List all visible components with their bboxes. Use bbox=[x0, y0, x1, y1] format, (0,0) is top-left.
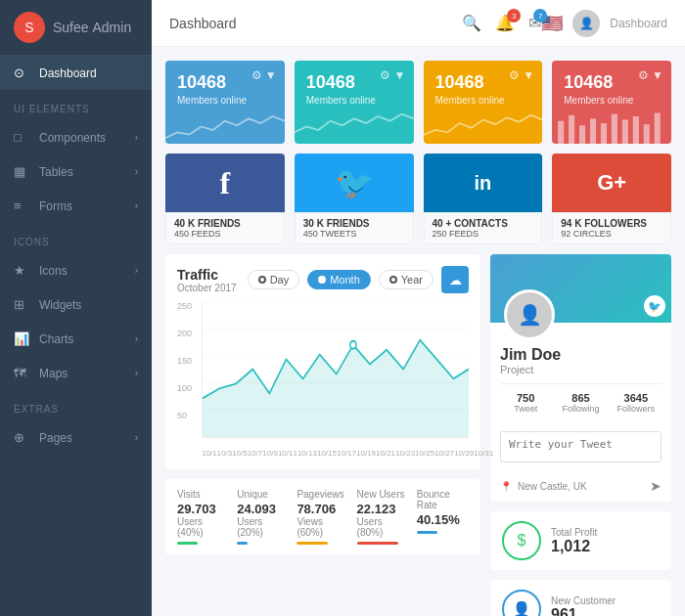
tw-info: 30 K FRIENDS 450 TWEETS bbox=[295, 212, 414, 244]
avatar: 👤 bbox=[504, 289, 555, 340]
metric-card-customer: 👤 New Customer 961 bbox=[490, 580, 671, 616]
sidebar-section-icons: ICONS bbox=[0, 223, 152, 253]
arrow-icon: › bbox=[135, 368, 138, 378]
sidebar-header: S Sufee Admin bbox=[0, 0, 152, 56]
traffic-header: Traffic October 2017 Day Month bbox=[177, 266, 469, 293]
stat-label-2: Members online bbox=[435, 95, 531, 106]
profile-twitter-icon: 🐦 bbox=[644, 295, 665, 317]
sidebar-item-tables[interactable]: ▦ Tables › bbox=[0, 154, 152, 189]
period-month-button[interactable]: Month bbox=[307, 270, 371, 289]
stat-col-pageviews: Pageviews 78.706 Views (60%) bbox=[297, 489, 348, 545]
social-card-tw: 🐦 30 K FRIENDS 450 TWEETS bbox=[295, 154, 414, 244]
sidebar-section-extras: EXTRAS bbox=[0, 390, 152, 420]
arrow-icon: › bbox=[135, 265, 138, 276]
stat-label-3: Members online bbox=[564, 95, 660, 106]
profile-stat-followers: 3645 Followers bbox=[611, 392, 662, 414]
location-bar: 📍 New Castle, UK ➤ bbox=[490, 474, 671, 502]
stat-col-visits: Visits 29.703 Users (40%) bbox=[177, 489, 229, 545]
sidebar-brand-suffix: Admin bbox=[92, 20, 131, 35]
sidebar-item-icons[interactable]: ★ Icons › bbox=[0, 253, 152, 287]
metric-card-profit: $ Total Profit 1,012 bbox=[490, 511, 671, 570]
svg-rect-3 bbox=[590, 118, 596, 144]
social-cards-row: f 40 K FRIENDS 450 FEEDS 🐦 30 K FRIENDS … bbox=[165, 154, 671, 244]
svg-rect-7 bbox=[633, 116, 639, 144]
notification-icon[interactable]: 🔔 3 bbox=[495, 14, 515, 32]
location-icon: 📍 bbox=[500, 481, 512, 492]
customer-icon: 👤 bbox=[502, 590, 541, 616]
stats-table: Visits 29.703 Users (40%) Unique 24.093 … bbox=[165, 479, 480, 554]
bottom-grid: Traffic October 2017 Day Month bbox=[165, 254, 671, 616]
avatar[interactable]: 👤 bbox=[572, 10, 600, 37]
dashboard-icon: ⊙ bbox=[14, 66, 31, 80]
stat-chart-0 bbox=[165, 110, 285, 144]
page-title: Dashboard bbox=[169, 16, 462, 31]
stat-col-newusers: New Users 22.123 Users (80%) bbox=[357, 489, 409, 545]
stat-bar-bounce bbox=[417, 531, 437, 534]
chart-plot bbox=[202, 301, 469, 438]
googleplus-icon: G+ bbox=[552, 154, 671, 212]
stat-card-3: ⚙ ▼ 10468 Members online bbox=[552, 61, 671, 144]
arrow-icon: › bbox=[135, 166, 138, 177]
svg-rect-9 bbox=[655, 113, 661, 145]
traffic-controls: Day Month Year ☁ bbox=[248, 266, 469, 293]
stat-col-bounce: Bounce Rate 40.15% bbox=[417, 489, 469, 545]
sidebar-logo: S bbox=[14, 12, 45, 43]
stat-chart-2 bbox=[424, 110, 543, 144]
tweet-input[interactable] bbox=[500, 431, 662, 462]
left-panel: Traffic October 2017 Day Month bbox=[165, 254, 480, 616]
arrow-icon: › bbox=[135, 200, 138, 211]
profile-card: 🐦 👤 Jim Doe Project 750 Tweet 865 bbox=[490, 254, 671, 502]
svg-rect-4 bbox=[601, 123, 607, 144]
sidebar-item-maps[interactable]: 🗺 Maps › bbox=[0, 356, 152, 390]
topbar-icons: 🔍 🔔 3 ✉ 7 bbox=[462, 14, 541, 32]
social-card-li: in 40 + CONTACTS 250 FEEDS bbox=[424, 154, 543, 244]
profile-name: Jim Doe bbox=[500, 346, 662, 364]
arrow-icon: › bbox=[135, 333, 138, 344]
sidebar-brand: Sufee Admin bbox=[53, 20, 131, 35]
li-info: 40 + CONTACTS 250 FEEDS bbox=[424, 212, 543, 244]
stat-card-1: ⚙ ▼ 10468 Members online bbox=[295, 61, 414, 144]
send-icon[interactable]: ➤ bbox=[650, 478, 662, 494]
stat-cards-row: ⚙ ▼ 10468 Members online ⚙ ▼ 10468 Membe… bbox=[165, 61, 671, 144]
svg-rect-1 bbox=[569, 115, 574, 144]
main-content: Dashboard 🔍 🔔 3 ✉ 7 🇺🇸 👤 Dashboard ⚙ ▼ 1… bbox=[152, 0, 685, 616]
profile-stat-following: 865 Following bbox=[555, 392, 606, 414]
download-button[interactable]: ☁ bbox=[441, 266, 469, 293]
topbar-right: 🇺🇸 👤 Dashboard bbox=[541, 10, 667, 37]
pages-icon: ⊕ bbox=[14, 430, 31, 445]
social-card-gp: G+ 94 K FOLLOWERS 92 CIRCLES bbox=[552, 154, 671, 244]
stat-bar-unique bbox=[237, 542, 248, 545]
gp-info: 94 K FOLLOWERS 92 CIRCLES bbox=[552, 212, 671, 244]
widgets-icon: ⊞ bbox=[14, 297, 31, 312]
stat-card-0: ⚙ ▼ 10468 Members online bbox=[165, 61, 285, 144]
stat-bar-visits bbox=[177, 542, 198, 545]
stat-label-1: Members online bbox=[306, 95, 402, 106]
sidebar-item-widgets[interactable]: ⊞ Widgets bbox=[0, 287, 152, 322]
sidebar-section-ui: UI ELEMENTS bbox=[0, 90, 152, 120]
svg-rect-0 bbox=[558, 121, 564, 144]
profile-banner: 🐦 👤 bbox=[490, 254, 671, 323]
stat-card-2: ⚙ ▼ 10468 Members online bbox=[424, 61, 543, 144]
sidebar-item-forms[interactable]: ≡ Forms › bbox=[0, 189, 152, 223]
charts-icon: 📊 bbox=[14, 331, 31, 346]
sidebar-item-components[interactable]: □ Components › bbox=[0, 120, 152, 154]
profile-stat-tweets: 750 Tweet bbox=[500, 392, 551, 414]
period-day-button[interactable]: Day bbox=[248, 270, 300, 289]
sidebar-item-pages[interactable]: ⊕ Pages › bbox=[0, 420, 152, 455]
search-icon[interactable]: 🔍 bbox=[462, 14, 481, 32]
svg-rect-8 bbox=[644, 124, 650, 144]
traffic-subtitle: October 2017 bbox=[177, 283, 237, 293]
svg-point-16 bbox=[350, 341, 356, 349]
sidebar-item-dashboard[interactable]: ⊙ Dashboard bbox=[0, 56, 152, 90]
components-icon: □ bbox=[14, 130, 31, 145]
sidebar-item-charts[interactable]: 📊 Charts › bbox=[0, 322, 152, 356]
tables-icon: ▦ bbox=[14, 164, 31, 179]
message-icon[interactable]: ✉ 7 bbox=[528, 14, 541, 32]
twitter-icon: 🐦 bbox=[295, 154, 414, 212]
chart-y-labels: 25020015010050 bbox=[177, 301, 202, 438]
profile-stats: 750 Tweet 865 Following 3645 Followers bbox=[500, 383, 662, 414]
arrow-icon: › bbox=[135, 132, 138, 143]
profit-icon: $ bbox=[502, 521, 541, 560]
notification-badge: 3 bbox=[507, 9, 521, 22]
period-year-button[interactable]: Year bbox=[379, 270, 434, 289]
